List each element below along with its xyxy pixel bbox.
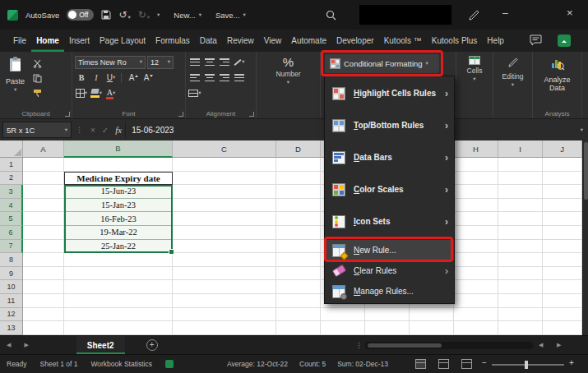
- row-header-9[interactable]: 9: [0, 267, 23, 281]
- merge-center-button[interactable]: ▾: [188, 87, 201, 100]
- cell-D6[interactable]: [276, 226, 321, 240]
- fill-color-button[interactable]: ▾: [90, 87, 103, 100]
- page-layout-view-button[interactable]: [438, 359, 449, 369]
- select-all-button[interactable]: [0, 140, 23, 158]
- cell-H13[interactable]: [454, 321, 498, 335]
- row-header-13[interactable]: 13: [0, 321, 23, 335]
- cell-H5[interactable]: [454, 212, 498, 226]
- cell-A2[interactable]: [23, 172, 64, 186]
- tab-insert[interactable]: Insert: [64, 30, 95, 52]
- cell-B3[interactable]: 15-Jun-23: [64, 185, 173, 199]
- cell-C12[interactable]: [173, 308, 276, 322]
- comments-icon[interactable]: [530, 35, 542, 49]
- align-center-button[interactable]: [203, 71, 216, 85]
- cell-C4[interactable]: [173, 199, 276, 213]
- tab-developer[interactable]: Developer: [331, 30, 379, 52]
- bold-button[interactable]: B: [75, 71, 88, 85]
- vertical-scrollbar-thumb[interactable]: [584, 142, 588, 200]
- cell-A4[interactable]: [23, 199, 64, 213]
- cell-B8[interactable]: [64, 253, 173, 267]
- cell-C8[interactable]: [173, 253, 276, 267]
- cell-H10[interactable]: [454, 280, 498, 294]
- menu-item-new-rule[interactable]: New Rule...: [325, 240, 454, 260]
- cell-D12[interactable]: [276, 308, 321, 322]
- cell-B1[interactable]: [64, 158, 173, 172]
- paste-button[interactable]: Paste ▾: [2, 54, 28, 99]
- cell-C13[interactable]: [173, 321, 276, 335]
- cell-J12[interactable]: [543, 308, 582, 322]
- column-header-H[interactable]: H: [454, 140, 498, 158]
- zoom-slider[interactable]: [492, 364, 564, 366]
- cell-I5[interactable]: [498, 212, 543, 226]
- font-name-select[interactable]: Times New Ro▾: [75, 56, 146, 69]
- cell-D11[interactable]: [276, 294, 321, 308]
- cell-B2[interactable]: Medicine Expiry date: [64, 172, 173, 186]
- cell-A5[interactable]: [23, 212, 64, 226]
- tab-data[interactable]: Data: [195, 30, 222, 52]
- cell-G13[interactable]: [410, 321, 454, 335]
- menu-item-manage-rules[interactable]: Manage Rules...: [325, 281, 454, 302]
- font-color-button[interactable]: A▾: [104, 87, 118, 100]
- tab-home[interactable]: Home: [31, 30, 64, 52]
- cell-J8[interactable]: [543, 253, 582, 267]
- borders-button[interactable]: ▾: [75, 87, 88, 100]
- cell-B7[interactable]: 25-Jan-22: [64, 240, 173, 254]
- cell-A6[interactable]: [23, 226, 64, 240]
- cell-C7[interactable]: [173, 240, 276, 254]
- cell-H7[interactable]: [454, 240, 498, 254]
- cell-D9[interactable]: [276, 267, 321, 281]
- cell-J4[interactable]: [543, 199, 582, 213]
- menu-item-top-bottom-rules[interactable]: Top/Bottom Rules›: [325, 109, 454, 141]
- column-header-I[interactable]: I: [498, 140, 543, 158]
- name-box[interactable]: 5R x 1C▾: [2, 122, 72, 138]
- zoom-in-button[interactable]: +: [569, 358, 574, 367]
- cell-D5[interactable]: [276, 212, 321, 226]
- row-header-8[interactable]: 8: [0, 253, 23, 267]
- cell-A8[interactable]: [23, 253, 64, 267]
- decrease-font-size-button[interactable]: A: [140, 71, 153, 85]
- align-right-button[interactable]: [218, 71, 231, 85]
- cell-D1[interactable]: [276, 158, 321, 172]
- row-header-2[interactable]: 2: [0, 172, 23, 186]
- formula-bar-expand-icon[interactable]: ▾: [581, 127, 583, 133]
- cell-D2[interactable]: [276, 172, 321, 186]
- formula-bar-splitter[interactable]: ⋮: [76, 126, 83, 134]
- cell-H11[interactable]: [454, 294, 498, 308]
- minimize-button[interactable]: –: [502, 7, 508, 19]
- cell-D8[interactable]: [276, 253, 321, 267]
- tab-automate[interactable]: Automate: [286, 30, 331, 52]
- row-header-1[interactable]: 1: [0, 158, 23, 172]
- menu-item-color-scales[interactable]: Color Scales›: [325, 173, 454, 205]
- close-button[interactable]: ×: [567, 7, 573, 19]
- orientation-button[interactable]: ▾: [233, 56, 246, 69]
- cell-I1[interactable]: [498, 158, 543, 172]
- cell-A3[interactable]: [23, 185, 64, 199]
- autosave-toggle[interactable]: Off: [67, 9, 94, 21]
- row-header-12[interactable]: 12: [0, 308, 23, 322]
- cell-H3[interactable]: [454, 185, 498, 199]
- analyze-data-button[interactable]: Analyze Data: [537, 54, 578, 94]
- status-count[interactable]: Count: 5: [299, 360, 326, 368]
- workbook-statistics[interactable]: Workbook Statistics: [90, 360, 151, 368]
- row-header-11[interactable]: 11: [0, 294, 23, 308]
- cell-I2[interactable]: [498, 172, 543, 186]
- cell-I10[interactable]: [498, 280, 543, 294]
- confirm-entry-icon[interactable]: ✓: [102, 126, 109, 135]
- tab-page-layout[interactable]: Page Layout: [95, 30, 150, 52]
- clipboard-dialog-launcher-icon[interactable]: [65, 112, 70, 117]
- cell-J3[interactable]: [543, 185, 582, 199]
- cell-C6[interactable]: [173, 226, 276, 240]
- zoom-slider-thumb[interactable]: [525, 361, 528, 369]
- scroll-right-icon[interactable]: ▶: [557, 342, 561, 348]
- column-header-J[interactable]: J: [543, 140, 582, 158]
- cell-D7[interactable]: [276, 240, 321, 254]
- cell-J5[interactable]: [543, 212, 582, 226]
- column-header-A[interactable]: A: [23, 140, 64, 158]
- conditional-formatting-button[interactable]: Conditional Formatting ▾: [325, 54, 439, 73]
- cancel-entry-icon[interactable]: ×: [90, 126, 95, 135]
- cell-H12[interactable]: [454, 308, 498, 322]
- cell-D4[interactable]: [276, 199, 321, 213]
- cell-H1[interactable]: [454, 158, 498, 172]
- cell-H2[interactable]: [454, 172, 498, 186]
- cell-C2[interactable]: [173, 172, 276, 186]
